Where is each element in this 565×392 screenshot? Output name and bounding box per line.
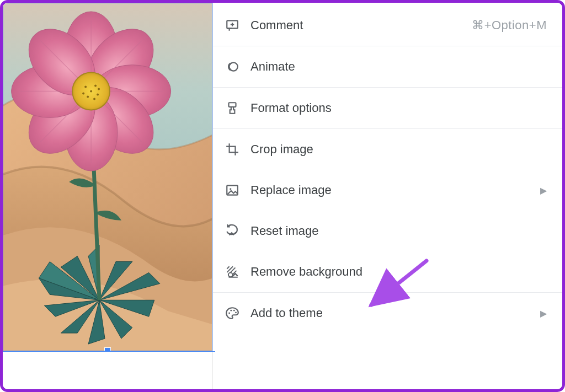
- menu-comment-shortcut: ⌘+Option+M: [472, 18, 547, 33]
- app-frame: Comment ⌘+Option+M Animate Format option: [0, 0, 565, 392]
- svg-point-16: [82, 92, 84, 94]
- menu-comment[interactable]: Comment ⌘+Option+M: [213, 5, 562, 46]
- svg-point-25: [230, 188, 231, 190]
- svg-point-18: [98, 88, 100, 90]
- animate-icon: [225, 60, 239, 74]
- svg-point-15: [90, 90, 92, 93]
- menu-add-to-theme-label: Add to theme: [250, 306, 534, 320]
- menu-crop-image[interactable]: Crop image: [213, 129, 562, 170]
- selection-handle-bottom[interactable]: [104, 347, 111, 351]
- context-menu: Comment ⌘+Option+M Animate Format option: [212, 3, 562, 389]
- submenu-arrow-icon: ▶: [540, 185, 547, 196]
- menu-animate-label: Animate: [250, 60, 547, 74]
- selected-image[interactable]: [3, 3, 212, 351]
- svg-point-14: [87, 95, 89, 98]
- menu-remove-background[interactable]: Remove background: [213, 251, 562, 292]
- replace-image-icon: [225, 183, 239, 197]
- menu-format-options[interactable]: Format options: [213, 88, 562, 128]
- menu-add-to-theme[interactable]: Add to theme ▶: [213, 293, 562, 334]
- menu-animate[interactable]: Animate: [213, 46, 562, 87]
- remove-background-icon: [225, 265, 239, 279]
- menu-remove-background-label: Remove background: [250, 265, 547, 279]
- crop-icon: [225, 142, 239, 157]
- menu-reset-image-label: Reset image: [250, 224, 547, 238]
- svg-point-11: [84, 86, 87, 88]
- svg-point-32: [228, 313, 230, 314]
- svg-point-34: [233, 310, 235, 312]
- palette-icon: [225, 306, 239, 320]
- menu-format-options-label: Format options: [250, 101, 547, 115]
- menu-replace-image-label: Replace image: [250, 183, 534, 197]
- svg-point-35: [235, 312, 237, 314]
- menu-reset-image[interactable]: Reset image: [213, 211, 562, 251]
- menu-crop-image-label: Crop image: [250, 142, 547, 157]
- menu-replace-image[interactable]: Replace image ▶: [213, 170, 562, 211]
- comment-icon: [225, 18, 239, 33]
- menu-comment-label: Comment: [250, 18, 472, 33]
- svg-point-13: [97, 93, 99, 95]
- svg-point-12: [94, 85, 97, 87]
- image-illustration: [3, 3, 212, 351]
- svg-rect-23: [229, 103, 236, 107]
- svg-point-17: [93, 98, 95, 100]
- svg-point-33: [230, 310, 232, 312]
- slide-canvas: [3, 3, 212, 389]
- selection-edge: [0, 351, 215, 352]
- submenu-arrow-icon: ▶: [540, 308, 547, 319]
- svg-line-26: [227, 266, 229, 269]
- reset-image-icon: [225, 224, 239, 238]
- format-options-icon: [225, 101, 239, 115]
